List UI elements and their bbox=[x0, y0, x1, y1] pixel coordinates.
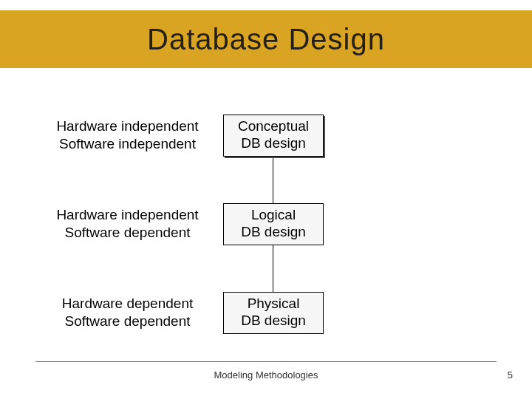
level-label: Hardware dependent Software dependent bbox=[48, 295, 207, 330]
slide-title: Database Design bbox=[147, 23, 385, 56]
page-number: 5 bbox=[508, 369, 513, 381]
box-line: DB design bbox=[241, 224, 306, 241]
label-line: Software dependent bbox=[48, 224, 207, 242]
box-line: Logical bbox=[251, 207, 296, 224]
level-row-logical: Hardware independent Software dependent … bbox=[48, 202, 462, 246]
stage-box-physical: Physical DB design bbox=[223, 292, 324, 334]
label-line: Hardware dependent bbox=[48, 295, 207, 313]
label-line: Software independent bbox=[48, 135, 207, 153]
box-line: DB design bbox=[241, 135, 306, 152]
box-line: DB design bbox=[241, 313, 306, 330]
connector-1 bbox=[273, 155, 273, 203]
stage-box-logical: Logical DB design bbox=[223, 203, 324, 245]
level-row-conceptual: Hardware independent Software independen… bbox=[48, 113, 462, 157]
label-line: Hardware independent bbox=[48, 206, 207, 224]
connector-2 bbox=[273, 244, 273, 292]
level-label: Hardware independent Software independen… bbox=[48, 117, 207, 153]
label-line: Hardware independent bbox=[48, 117, 207, 135]
footer-divider bbox=[35, 361, 497, 362]
level-label: Hardware independent Software dependent bbox=[48, 206, 207, 242]
footer-caption: Modeling Methodologies bbox=[0, 369, 532, 381]
level-row-physical: Hardware dependent Software dependent Ph… bbox=[48, 290, 462, 335]
label-line: Software dependent bbox=[48, 313, 207, 330]
title-band: Database Design bbox=[0, 10, 532, 68]
stage-box-conceptual: Conceptual DB design bbox=[223, 115, 324, 157]
diagram-area: Hardware independent Software independen… bbox=[0, 100, 532, 355]
box-line: Conceptual bbox=[238, 118, 309, 135]
box-line: Physical bbox=[248, 296, 300, 313]
